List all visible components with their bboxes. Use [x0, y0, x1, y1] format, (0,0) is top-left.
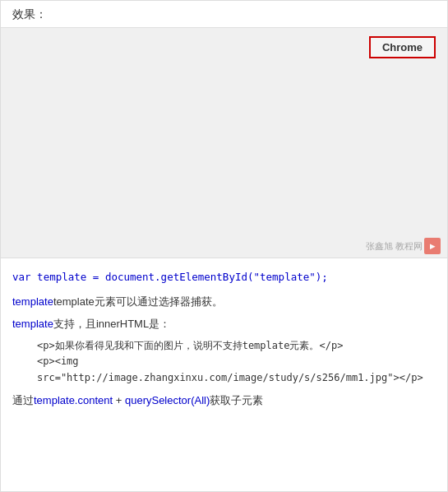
bottom-suffix: 获取子元素: [210, 394, 263, 406]
text-line-1: templatetemplate元素可以通过选择器捕获。: [12, 292, 436, 311]
effect-title: 效果：: [12, 7, 47, 21]
bottom-keyword-2: querySelector(All): [125, 394, 210, 406]
code-line-1: var template = document.getElementById("…: [12, 268, 436, 287]
keyword-template-2: template: [12, 318, 53, 330]
watermark-text: 张鑫旭 教程网: [366, 240, 423, 253]
keyword-template-1: template: [12, 295, 53, 308]
watermark: 张鑫旭 教程网 ▶: [366, 238, 441, 254]
preview-area: Chrome 张鑫旭 教程网 ▶: [1, 28, 447, 258]
bottom-keyword-1: template.content: [34, 394, 113, 406]
page-container: 效果： Chrome 张鑫旭 教程网 ▶ var template = docu…: [0, 0, 448, 492]
code-block: <p>如果你看得见我和下面的图片，说明不支持template元素。</p> <p…: [37, 338, 436, 386]
bottom-middle: +: [113, 394, 125, 406]
text-suffix-2: 支持，且innerHTML是：: [53, 318, 170, 330]
effect-header: 效果：: [1, 1, 447, 28]
code-block-line-2: <p><img src="http://image.zhangxinxu.com…: [37, 354, 436, 385]
bottom-text: 通过template.content + querySelector(All)获…: [12, 391, 436, 410]
text-suffix-1: template元素可以通过选择器捕获。: [53, 295, 223, 308]
watermark-logo: ▶: [424, 238, 441, 254]
content-area: var template = document.getElementById("…: [1, 258, 447, 491]
chrome-button[interactable]: Chrome: [369, 36, 436, 58]
bottom-prefix: 通过: [12, 394, 34, 406]
code-block-line-1: <p>如果你看得见我和下面的图片，说明不支持template元素。</p>: [37, 338, 436, 354]
text-line-2: template支持，且innerHTML是：: [12, 314, 436, 333]
